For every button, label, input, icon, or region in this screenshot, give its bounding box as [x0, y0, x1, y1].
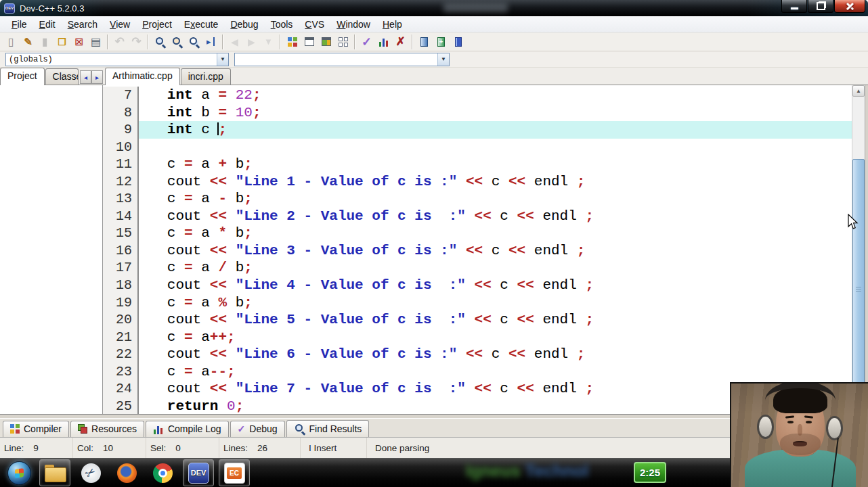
start-button[interactable] [3, 459, 35, 486]
chrome[interactable] [147, 459, 178, 486]
chevron-down-icon[interactable]: ▼ [437, 53, 449, 66]
menu-tools[interactable]: Tools [265, 18, 299, 31]
blurred-watermark [443, 3, 508, 12]
scroll-up-icon[interactable]: ▲ [852, 85, 865, 97]
compile-and-run-button[interactable] [416, 34, 433, 50]
webcam-overlay [730, 382, 868, 487]
compile-button[interactable] [358, 34, 375, 50]
bookmark-icon [264, 37, 273, 46]
run-button[interactable] [375, 34, 392, 50]
code-line-10[interactable]: 10 [103, 139, 852, 156]
line-content: cout << "Line 1 - Value of c is :" << c … [139, 173, 852, 191]
firefox[interactable] [111, 459, 142, 486]
restore-button[interactable] [808, 0, 833, 13]
code-editor[interactable]: 7 int a = 22;8 int b = 10;9 int c ;1011 … [103, 85, 852, 414]
code-line-12[interactable]: 12 cout << "Line 1 - Value of c is :" <<… [103, 173, 852, 191]
snipping-tool[interactable] [75, 459, 106, 486]
code-line-11[interactable]: 11 c = a + b; [103, 156, 852, 173]
code-line-17[interactable]: 17 c = a / b; [103, 259, 852, 277]
video-watermark: Igneus Technol [466, 461, 589, 481]
menu-cvs[interactable]: CVS [299, 18, 330, 31]
code-line-7[interactable]: 7 int a = 22; [103, 87, 852, 104]
toolbar [0, 32, 868, 51]
find-in-files-button[interactable] [186, 34, 202, 50]
editor-tab-incri-cpp[interactable]: incri.cpp [181, 68, 231, 85]
save-all-button[interactable] [53, 34, 70, 50]
report-tab-label: Resources [91, 423, 137, 434]
scrollbar-thumb[interactable] [852, 159, 865, 414]
scrollbar-grip [856, 287, 861, 292]
menu-window[interactable]: Window [330, 18, 376, 31]
chevron-down-icon[interactable]: ▼ [217, 53, 228, 66]
code-line-8[interactable]: 8 int b = 10; [103, 104, 852, 122]
code-line-9[interactable]: 9 int c ; [103, 121, 852, 139]
report-tab-compile-log[interactable]: Compile Log [146, 421, 229, 437]
open-file-button[interactable] [20, 34, 37, 50]
print-button[interactable] [87, 34, 104, 50]
minimize-button[interactable] [781, 0, 807, 13]
toolbar-separator [107, 34, 108, 49]
code-line-19[interactable]: 19 c = a % b; [103, 294, 852, 312]
bookmark-button [260, 34, 277, 50]
presentation-app[interactable]: EC [219, 459, 250, 486]
report-tab-compiler[interactable]: Compiler [3, 421, 69, 437]
replace-icon [171, 36, 183, 47]
line-number: 7 [103, 87, 139, 104]
debug-window-button[interactable] [450, 34, 466, 50]
report-tab-find-results[interactable]: Find Results [286, 420, 370, 437]
dev-cpp[interactable]: DEV [183, 459, 214, 486]
code-line-22[interactable]: 22 cout << "Line 6 - Value of c is :" <<… [103, 346, 852, 363]
redo-icon [131, 36, 141, 47]
goto-line-button[interactable] [202, 34, 219, 50]
line-content: c = a--; [139, 363, 852, 381]
report-tab-debug[interactable]: Debug [230, 421, 285, 437]
code-line-16[interactable]: 16 cout << "Line 3 - Value of c is :" <<… [103, 242, 852, 260]
code-line-20[interactable]: 20 cout << "Line 5 - Value of c is :" <<… [103, 311, 852, 329]
new-window-button[interactable] [301, 34, 318, 50]
tab-project[interactable]: Project [0, 68, 45, 85]
line-number: 21 [103, 329, 139, 346]
code-line-15[interactable]: 15 c = a * b; [103, 225, 852, 242]
file-explorer[interactable] [39, 459, 70, 486]
toolbar-separator [354, 34, 355, 49]
vertical-scrollbar[interactable]: ▲ [852, 85, 865, 414]
code-line-21[interactable]: 21 c = a++; [103, 329, 852, 346]
new-file-button[interactable] [3, 34, 20, 50]
rebuild-all-button[interactable] [433, 34, 450, 50]
window-grid-button[interactable] [334, 34, 351, 50]
code-line-13[interactable]: 13 c = a - b; [103, 190, 852, 208]
globals-combobox[interactable]: (globals) ▼ [5, 53, 229, 66]
close-file-button[interactable] [70, 34, 87, 50]
tab-scroll-buttons: ◂ ▸ [80, 70, 103, 84]
tab-classes[interactable]: Classes [45, 68, 79, 85]
report-tab-label: Compiler [24, 423, 62, 434]
replace-button[interactable] [169, 34, 186, 50]
menu-help[interactable]: Help [376, 18, 408, 31]
menu-debug[interactable]: Debug [224, 18, 264, 31]
code-line-23[interactable]: 23 c = a--; [103, 363, 852, 381]
menu-project[interactable]: Project [136, 18, 178, 31]
abort-compile-button[interactable] [392, 34, 409, 50]
editor-tabs: Arthimatic.cppincri.cpp [105, 68, 232, 85]
close-button[interactable] [834, 0, 865, 13]
menu-file[interactable]: File [5, 18, 33, 31]
tab-scroll-left-icon[interactable]: ◂ [80, 70, 91, 84]
project-options-button[interactable] [318, 34, 334, 50]
menu-edit[interactable]: Edit [33, 18, 62, 31]
code-line-14[interactable]: 14 cout << "Line 2 - Value of c is :" <<… [103, 208, 852, 225]
report-tab-resources[interactable]: Resources [70, 421, 144, 437]
tab-scroll-right-icon[interactable]: ▸ [91, 70, 103, 84]
line-number: 10 [103, 139, 139, 156]
menu-execute[interactable]: Execute [178, 18, 225, 31]
recording-timer: 2:25 [634, 462, 666, 483]
members-combobox[interactable]: ▼ [234, 53, 450, 66]
menu-view[interactable]: View [104, 18, 136, 31]
compiler-icon [10, 424, 20, 434]
menu-search[interactable]: Search [62, 18, 104, 31]
debug-window-icon [455, 37, 462, 47]
code-line-18[interactable]: 18 cout << "Line 4 - Value of c is :" <<… [103, 277, 852, 294]
new-project-button[interactable] [284, 34, 301, 50]
chrome-icon [153, 463, 173, 483]
find-button[interactable] [152, 34, 169, 50]
editor-tab-arthimatic-cpp[interactable]: Arthimatic.cpp [105, 68, 180, 85]
